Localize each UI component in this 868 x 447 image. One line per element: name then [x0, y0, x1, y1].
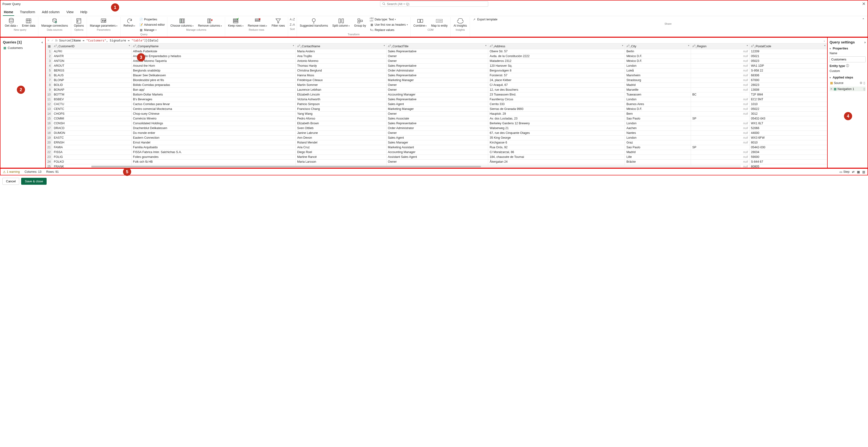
formula-commit-icon[interactable]: ✓ — [51, 39, 54, 42]
data-grid[interactable]: ▦ABC CustomerID▾ABC CompanyName▾ABC Cont… — [45, 43, 827, 168]
collapse-ribbon-icon[interactable]: ⌃ — [862, 18, 865, 21]
table-row[interactable]: 10 BOTTM Bottom-Dollar Markets Elizabeth… — [46, 92, 827, 97]
step-rows-icon[interactable]: ▯ — [863, 81, 865, 85]
gear-icon[interactable]: ⚙ — [860, 81, 863, 85]
manage-button[interactable]: ▦Manage — [138, 28, 166, 32]
ai-insights-button[interactable]: AI insights — [452, 17, 468, 28]
column-header-PostalCode[interactable]: ABC PostalCode▾ — [749, 44, 827, 49]
row-header-corner[interactable]: ▦ — [46, 44, 52, 49]
table-row[interactable]: 14 CHOPS Chop-suey Chinese Yang Wang Own… — [46, 111, 827, 116]
grid-view-icon[interactable]: ▦ — [857, 170, 860, 174]
table-row[interactable]: 20 ERNSH Ernst Handel Roland Mendel Sale… — [46, 140, 827, 145]
formula-text[interactable]: Source{[Name = "Customers", Signature = … — [59, 39, 822, 42]
table-row[interactable]: 13 CENTC Centro comercial Moctezuma Fran… — [46, 106, 827, 111]
query-name-input[interactable] — [830, 57, 866, 62]
filter-dropdown-icon[interactable]: ▾ — [384, 44, 385, 47]
collapse-settings-icon[interactable]: › — [864, 40, 866, 44]
table-row[interactable]: 21 FAMIA Familia Arquibaldo Aria Cruz Ma… — [46, 145, 827, 150]
table-row[interactable]: 2 ANATR Ana Trujillo Emparedados y helad… — [46, 54, 827, 59]
collapse-queries-icon[interactable]: ‹ — [41, 40, 43, 44]
options-button[interactable]: Options — [72, 17, 85, 28]
column-header-City[interactable]: ABC City▾ — [625, 44, 691, 49]
replace-values-button[interactable]: ↻₂Replace values — [369, 28, 409, 32]
column-view-icon[interactable]: ▥ — [862, 170, 865, 174]
info-icon[interactable]: ⓘ — [846, 64, 849, 68]
manage-connections-button[interactable]: Manage connections — [40, 17, 69, 28]
formula-cancel-icon[interactable]: ✕ — [47, 39, 50, 42]
tab-transform[interactable]: Transform — [19, 9, 36, 16]
horizontal-scrollbar[interactable] — [91, 165, 741, 168]
tab-view[interactable]: View — [65, 9, 74, 16]
map-to-entity-button[interactable]: CDMMap to entity — [430, 17, 449, 28]
manage-parameters-button[interactable]: x y Manage parameters — [88, 17, 119, 28]
formula-expand-icon[interactable]: ⌄ — [823, 39, 826, 42]
properties-section[interactable]: Properties — [833, 46, 848, 50]
table-row[interactable]: 12 CACTU Cactus Comidas para llevar Patr… — [46, 102, 827, 106]
column-header-ContactTitle[interactable]: ABC ContactTitle▾ — [386, 44, 488, 49]
table-row[interactable]: 5 BERGS Berglunds snabbköp Christina Ber… — [46, 68, 827, 73]
filter-dropdown-icon[interactable]: ▾ — [688, 44, 689, 47]
filter-dropdown-icon[interactable]: ▾ — [129, 44, 130, 47]
step-source[interactable]: ▦ Source ⚙ ▯ — [830, 81, 866, 85]
sort-desc-button[interactable]: Z↓A — [289, 22, 295, 27]
table-row[interactable]: 23 FOLIG Folies gourmandes Martine Rancé… — [46, 154, 827, 159]
cancel-button[interactable]: Cancel — [2, 178, 19, 185]
table-row[interactable]: 17 DRACD Drachenblut Delikatessen Sven O… — [46, 126, 827, 131]
column-header-Region[interactable]: ABC Region▾ — [691, 44, 749, 49]
filter-dropdown-icon[interactable]: ▾ — [622, 44, 623, 47]
filter-dropdown-icon[interactable]: ▾ — [747, 44, 748, 47]
tab-help[interactable]: Help — [79, 9, 88, 16]
keep-rows-button[interactable]: Keep rows — [226, 17, 245, 28]
sort-asc-button[interactable]: A↓Z — [289, 17, 295, 22]
table-row[interactable]: 11 BSBEV B's Beverages Victoria Ashworth… — [46, 97, 827, 102]
column-header-CompanyName[interactable]: ABC CompanyName▾ — [131, 44, 296, 49]
group-by-button[interactable]: Group by — [353, 17, 367, 28]
table-row[interactable]: 22 FISSA FISSA Fabrica Inter. Salchichas… — [46, 150, 827, 154]
export-template-button[interactable]: ↗Export template — [471, 17, 498, 22]
delete-step-icon[interactable]: ✕ — [830, 87, 833, 91]
table-row[interactable]: 1 ALFKI Alfreds Futterkiste Maria Anders… — [46, 49, 827, 54]
combine-button[interactable]: Combine — [412, 17, 428, 28]
step-rows-icon[interactable]: ▯ — [863, 87, 865, 91]
table-row[interactable]: 3 ANTON Antonio Moreno Taquería Antonio … — [46, 59, 827, 63]
table-row[interactable]: 7 BLONP Blondesddsl père et fils Frédéri… — [46, 78, 827, 82]
diagram-view-icon[interactable]: ⇄ — [852, 170, 855, 174]
advanced-editor-button[interactable]: 📝Advanced editor — [138, 22, 166, 27]
tab-add-column[interactable]: Add column — [41, 9, 61, 16]
table-row[interactable]: 9 BONAP Bon app' Laurence Lebihan Owner … — [46, 87, 827, 92]
step-navigation[interactable]: ✕ ▦ Navigation 1 ▯ — [830, 87, 866, 91]
close-icon[interactable]: ✕ — [862, 1, 866, 6]
table-row[interactable]: 15 COMMI Comércio Mineiro Pedro Afonso S… — [46, 116, 827, 121]
column-header-CustomerID[interactable]: ABC CustomerID▾ — [52, 44, 131, 49]
remove-columns-button[interactable]: Remove columns — [196, 17, 223, 28]
data-type-button[interactable]: ABC123Data type: Text — [369, 17, 409, 22]
table-row[interactable]: 8 BOLID Bólido Comidas preparadas Martín… — [46, 82, 827, 87]
table-row[interactable]: 24 FOLKO Folk och fä HB Maria Larsson Ow… — [46, 159, 827, 164]
suggested-transforms-button[interactable]: Suggested transforms — [299, 17, 329, 28]
table-row[interactable]: 16 CONSH Consolidated Holdings Elizabeth… — [46, 121, 827, 126]
first-row-headers-button[interactable]: ▦Use first row as headers — [369, 22, 409, 27]
filter-dropdown-icon[interactable]: ▾ — [824, 44, 826, 47]
tab-home[interactable]: Home — [3, 9, 14, 16]
table-row[interactable]: 4 AROUT Around the Horn Thomas Hardy Sal… — [46, 63, 827, 68]
column-header-ContactName[interactable]: ABC ContactName▾ — [296, 44, 386, 49]
refresh-button[interactable]: Refresh — [122, 17, 137, 28]
remove-rows-button[interactable]: Remove rows — [247, 17, 269, 28]
query-item-customers[interactable]: ▦ Customers — [0, 45, 45, 50]
filter-rows-button[interactable]: Filter rows — [270, 17, 286, 28]
enter-data-button[interactable]: Enter data — [21, 17, 37, 28]
column-header-Address[interactable]: ABC Address▾ — [488, 44, 625, 49]
table-row[interactable]: 18 DUMON Du monde entier Janine Labrune … — [46, 131, 827, 135]
filter-dropdown-icon[interactable]: ▾ — [485, 44, 487, 47]
warning-indicator[interactable]: ⚠ 1 warning — [3, 170, 20, 174]
get-data-button[interactable]: Get data — [3, 17, 19, 28]
search-box[interactable] — [380, 1, 488, 7]
split-column-button[interactable]: Split column — [331, 17, 351, 28]
step-button[interactable]: ▭Step — [839, 170, 849, 174]
search-input[interactable] — [385, 2, 486, 6]
table-row[interactable]: 6 BLAUS Blauer See Delikatessen Hanna Mo… — [46, 73, 827, 78]
choose-columns-button[interactable]: Choose columns — [169, 17, 195, 28]
properties-button[interactable]: 📄Properties — [138, 17, 166, 22]
table-row[interactable]: 19 EASTC Eastern Connection Ann Devon Sa… — [46, 135, 827, 140]
filter-dropdown-icon[interactable]: ▾ — [293, 44, 294, 47]
